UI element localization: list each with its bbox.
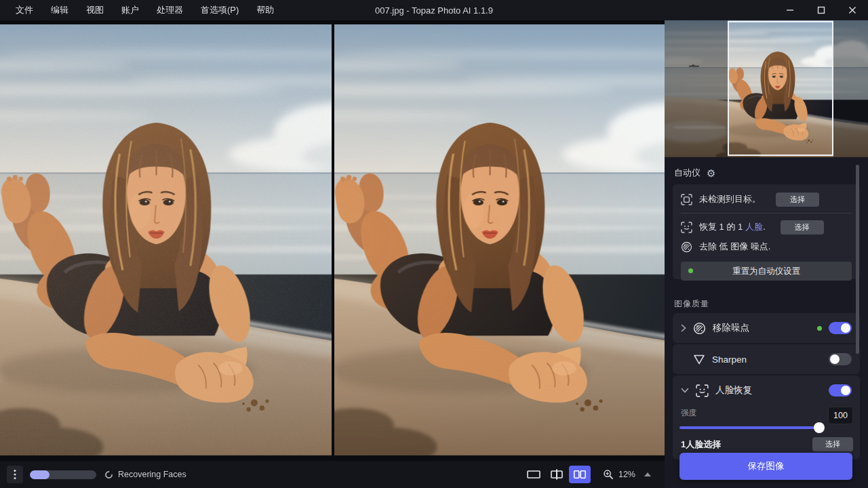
zoom-expand-icon[interactable] bbox=[644, 472, 651, 476]
faces-select-button[interactable]: 选择 bbox=[812, 437, 853, 451]
menu-processor[interactable]: 处理器 bbox=[148, 0, 192, 20]
face-select-button[interactable]: 选择 bbox=[781, 220, 824, 235]
noise-icon bbox=[681, 241, 692, 253]
zoom-value: 12% bbox=[618, 470, 635, 479]
menu-help[interactable]: 帮助 bbox=[248, 0, 283, 20]
side-by-side-icon bbox=[574, 470, 586, 479]
gear-icon[interactable]: ⚙ bbox=[707, 168, 715, 178]
image-quality-section-label: 图像质量 bbox=[674, 298, 709, 310]
reset-autopilot-button[interactable]: 重置为自动仪设置 bbox=[681, 262, 852, 281]
face-selection-row: 1人脸选择 选择 bbox=[681, 437, 853, 451]
image-canvas: Recovering Faces 12% bbox=[0, 20, 665, 488]
close-button[interactable] bbox=[837, 0, 868, 20]
minimize-button[interactable] bbox=[774, 0, 806, 20]
menu-account[interactable]: 账户 bbox=[113, 0, 148, 20]
chevron-right-icon[interactable] bbox=[681, 324, 686, 332]
target-viewfinder-icon bbox=[681, 194, 692, 205]
autopilot-face-row: 恢复 1 的 1 人脸. 选择 bbox=[681, 220, 852, 235]
remove-noise-toggle[interactable] bbox=[829, 322, 852, 334]
before-image-pane[interactable] bbox=[0, 24, 332, 455]
face-recovery-toggle[interactable] bbox=[829, 384, 852, 396]
close-icon bbox=[848, 6, 856, 14]
app-window: 文件 编辑 视图 账户 处理器 首选项(P) 帮助 007.jpg - Topa… bbox=[0, 0, 868, 488]
slider-fill[interactable] bbox=[679, 426, 819, 429]
chevron-down-icon[interactable] bbox=[681, 388, 689, 393]
navigator-thumbnail bbox=[665, 20, 868, 157]
navigator-dim-left bbox=[665, 20, 728, 157]
title-bar: 文件 编辑 视图 账户 处理器 首选项(P) 帮助 007.jpg - Topa… bbox=[0, 0, 868, 20]
window-controls bbox=[774, 0, 868, 20]
face-detected-text: 恢复 1 的 1 人脸. bbox=[699, 221, 766, 233]
navigator-viewport[interactable] bbox=[728, 21, 833, 156]
face-viewfinder-icon bbox=[681, 222, 692, 233]
zoom-in-icon bbox=[603, 469, 614, 480]
face-recovery-label: 人脸恢复 bbox=[715, 384, 752, 396]
face-count-accent: 人脸 bbox=[745, 222, 763, 232]
remove-noise-text: 去除 低 图像 噪点. bbox=[699, 241, 770, 253]
green-status-dot bbox=[688, 268, 693, 273]
remove-noise-card[interactable]: 移除噪点 bbox=[673, 313, 860, 343]
save-image-button[interactable]: 保存图像 bbox=[679, 453, 852, 480]
autopilot-title: 自动仪 bbox=[674, 167, 701, 179]
noise-icon bbox=[693, 322, 706, 335]
spinner-icon bbox=[104, 470, 113, 479]
autopilot-active-dot bbox=[817, 326, 822, 331]
progress-bar bbox=[30, 470, 96, 479]
right-panel: 自动仪 ⚙ 未检测到目标。 选择 bbox=[665, 20, 868, 488]
status-text: Recovering Faces bbox=[118, 470, 186, 479]
face-recovery-card[interactable]: 人脸恢复 强度 100 1人脸选择 选择 bbox=[673, 375, 860, 460]
maximize-button[interactable] bbox=[806, 0, 837, 20]
divider bbox=[681, 213, 852, 214]
autopilot-header: 自动仪 ⚙ bbox=[674, 167, 715, 179]
strength-slider[interactable] bbox=[679, 422, 823, 433]
navigator-dim-right bbox=[833, 20, 868, 157]
view-split-button[interactable] bbox=[546, 466, 568, 483]
split-view-icon bbox=[550, 469, 564, 480]
target-select-button[interactable]: 选择 bbox=[776, 192, 819, 207]
sharpen-toggle[interactable] bbox=[829, 353, 852, 365]
menu-bar: 文件 编辑 视图 账户 处理器 首选项(P) 帮助 bbox=[0, 0, 283, 20]
view-single-button[interactable] bbox=[523, 466, 545, 483]
progress-fill bbox=[30, 470, 50, 479]
sharpen-label: Sharpen bbox=[712, 354, 747, 365]
autopilot-card: 未检测到目标。 选择 恢复 1 的 1 人脸. 选择 bbox=[673, 184, 860, 279]
no-target-text: 未检测到目标。 bbox=[699, 193, 761, 205]
menu-preferences[interactable]: 首选项(P) bbox=[192, 0, 248, 20]
status-bar: Recovering Faces 12% bbox=[0, 461, 665, 488]
remove-noise-label: 移除噪点 bbox=[713, 322, 749, 334]
view-side-by-side-button[interactable] bbox=[569, 466, 591, 483]
autopilot-noise-row: 去除 低 图像 噪点. bbox=[681, 239, 852, 254]
strength-label: 强度 bbox=[681, 408, 696, 418]
more-options-button[interactable] bbox=[7, 466, 23, 483]
single-view-icon bbox=[527, 470, 540, 479]
panel-scrollbar[interactable] bbox=[856, 165, 859, 354]
face-viewfinder-icon bbox=[696, 384, 709, 397]
sharpen-card[interactable]: Sharpen bbox=[673, 344, 860, 374]
zoom-control[interactable]: 12% bbox=[603, 469, 651, 480]
after-image-pane[interactable] bbox=[334, 24, 665, 455]
view-mode-group bbox=[523, 466, 591, 483]
sharpen-icon bbox=[693, 354, 705, 365]
autopilot-target-row: 未检测到目标。 选择 bbox=[681, 192, 852, 207]
menu-edit[interactable]: 编辑 bbox=[42, 0, 77, 20]
menu-file[interactable]: 文件 bbox=[7, 0, 42, 20]
faces-selected-text: 1人脸选择 bbox=[681, 439, 721, 451]
strength-value-input[interactable]: 100 bbox=[828, 407, 853, 424]
maximize-icon bbox=[817, 6, 825, 14]
minimize-icon bbox=[786, 6, 794, 14]
menu-view[interactable]: 视图 bbox=[77, 0, 113, 20]
kebab-icon bbox=[14, 469, 16, 480]
